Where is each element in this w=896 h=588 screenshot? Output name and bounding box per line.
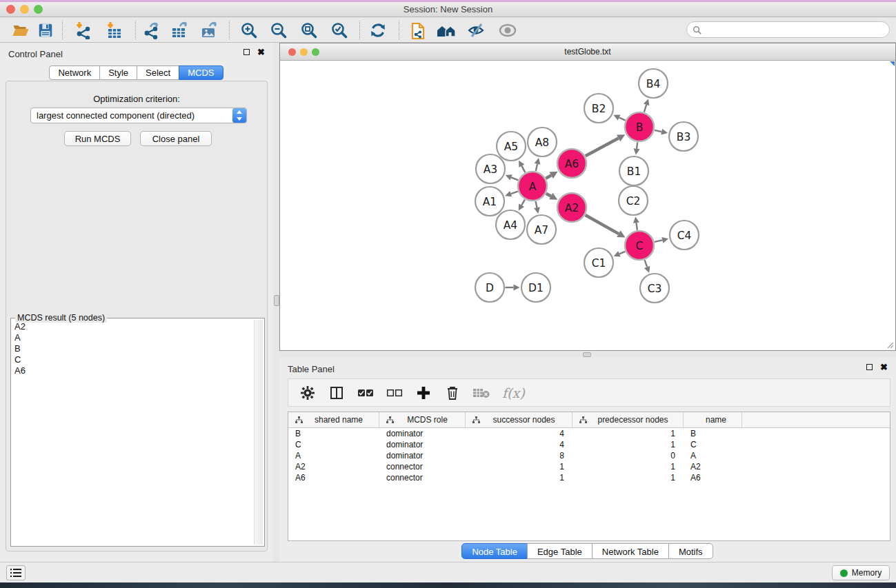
graph-edge-A6-B[interactable]: [586, 138, 619, 156]
zoom-fit-button[interactable]: [297, 20, 321, 41]
table-cell[interactable]: 0: [573, 451, 684, 460]
delete-column-button[interactable]: [443, 383, 462, 403]
table-cell[interactable]: dominator: [379, 451, 466, 460]
graph-edge-C-C2[interactable]: [636, 223, 637, 230]
graph-edge-B-B4[interactable]: [644, 105, 646, 112]
new-session-button[interactable]: [406, 20, 431, 41]
graph-edge-B-B2[interactable]: [619, 118, 626, 121]
table-cell[interactable]: C: [288, 440, 379, 449]
vertical-divider-grip[interactable]: [274, 295, 279, 306]
graph-edge-A-A6[interactable]: [546, 175, 551, 178]
table-cell[interactable]: 1: [573, 473, 684, 483]
export-network-button[interactable]: [139, 20, 163, 41]
criterion-dropdown[interactable]: largest connected component (directed): [30, 108, 247, 123]
table-cell[interactable]: B: [684, 429, 742, 438]
table-settings-button[interactable]: [298, 383, 317, 403]
import-table-button[interactable]: [101, 20, 126, 41]
show-graphics-details-button[interactable]: [495, 20, 520, 41]
result-item[interactable]: B: [12, 343, 253, 354]
horizontal-divider-grip[interactable]: [583, 352, 591, 357]
tab-style[interactable]: Style: [99, 65, 137, 80]
tab-network[interactable]: Network: [49, 65, 100, 80]
network-canvas[interactable]: B4B2BB3A8A5A6A3B1AC2A1A2A4A7C4CC1DD1C3: [280, 61, 895, 350]
table-cell[interactable]: 4: [466, 429, 573, 438]
table-row[interactable]: A6connector11A6: [288, 472, 890, 483]
export-image-button[interactable]: [197, 20, 221, 41]
result-item[interactable]: A: [12, 332, 253, 343]
zoom-in-button[interactable]: [237, 20, 261, 41]
close-panel-icon[interactable]: ✖: [257, 48, 265, 56]
column-header-predecessor-nodes[interactable]: predecessor nodes: [573, 412, 684, 427]
graph-edge-C-C1[interactable]: [619, 252, 625, 254]
refresh-button[interactable]: [366, 20, 390, 41]
graph-edge-C-C3[interactable]: [645, 260, 648, 267]
graph-edge-A-A8[interactable]: [536, 164, 537, 171]
graph-edge-A-A7[interactable]: [536, 201, 537, 207]
search-field[interactable]: [686, 21, 890, 38]
node-table[interactable]: shared nameMCDS rolesuccessor nodesprede…: [288, 412, 890, 541]
table-cell[interactable]: A2: [684, 462, 742, 472]
deselect-all-button[interactable]: [385, 383, 404, 403]
float-table-panel-icon[interactable]: [866, 364, 873, 370]
tab-motifs[interactable]: Motifs: [668, 543, 713, 559]
graph-edge-C-C4[interactable]: [655, 240, 662, 242]
table-cell[interactable]: dominator: [379, 429, 466, 438]
table-cell[interactable]: 1: [573, 429, 684, 438]
function-builder-button[interactable]: f(x): [502, 385, 525, 401]
zoom-out-button[interactable]: [266, 20, 291, 41]
table-row[interactable]: Adominator80A: [288, 450, 890, 461]
result-scrollbar[interactable]: [254, 320, 263, 545]
home-button[interactable]: [434, 20, 459, 41]
result-item[interactable]: A6: [12, 365, 253, 376]
table-cell[interactable]: A2: [288, 462, 379, 472]
column-header-successor-nodes[interactable]: successor nodes: [466, 412, 573, 427]
table-cell[interactable]: A: [288, 451, 379, 460]
float-panel-icon[interactable]: [243, 49, 250, 55]
close-table-panel-icon[interactable]: ✖: [880, 363, 888, 371]
export-table-button[interactable]: [167, 20, 192, 41]
column-header-shared-name[interactable]: shared name: [288, 412, 379, 427]
graph-edge-A-A5[interactable]: [521, 166, 525, 172]
graph-edge-A-A3[interactable]: [511, 177, 518, 180]
graph-edge-A2-C[interactable]: [586, 215, 619, 234]
table-cell[interactable]: B: [288, 429, 379, 438]
task-history-button[interactable]: [6, 565, 26, 580]
hide-graphics-details-button[interactable]: [464, 20, 488, 41]
search-input[interactable]: [705, 25, 884, 34]
create-column-button[interactable]: [414, 383, 433, 403]
table-cell[interactable]: C: [684, 440, 742, 449]
table-row[interactable]: Bdominator41B: [288, 428, 890, 439]
graph-edge-B-B1[interactable]: [637, 142, 637, 148]
tab-mcds[interactable]: MCDS: [179, 65, 223, 80]
tab-select[interactable]: Select: [137, 65, 179, 80]
table-cell[interactable]: connector: [379, 462, 466, 472]
table-row[interactable]: Cdominator41C: [288, 439, 890, 450]
result-item[interactable]: A2: [12, 321, 253, 332]
graph-edge-A-A4[interactable]: [521, 200, 525, 205]
tab-network-table[interactable]: Network Table: [592, 543, 669, 559]
close-panel-button[interactable]: Close panel: [140, 131, 212, 146]
column-header-name[interactable]: name: [684, 412, 742, 427]
delete-table-button[interactable]: [472, 383, 491, 403]
network-window-titlebar[interactable]: testGlobe.txt: [280, 43, 895, 61]
import-network-button[interactable]: [70, 20, 95, 41]
table-cell[interactable]: connector: [379, 473, 466, 483]
memory-button[interactable]: Memory: [832, 565, 890, 580]
table-cell[interactable]: A: [684, 451, 742, 460]
select-all-button[interactable]: [356, 383, 375, 403]
save-session-button[interactable]: [33, 20, 58, 41]
open-session-button[interactable]: [8, 20, 33, 41]
resize-grip-icon[interactable]: [886, 341, 894, 349]
tab-edge-table[interactable]: Edge Table: [527, 543, 593, 559]
column-header-MCDS-role[interactable]: MCDS role: [379, 412, 466, 427]
table-cell[interactable]: 4: [466, 440, 573, 449]
table-cell[interactable]: 1: [573, 462, 684, 472]
show-column-button[interactable]: [327, 383, 346, 403]
table-cell[interactable]: 1: [573, 440, 684, 449]
table-cell[interactable]: 1: [466, 462, 573, 472]
table-cell[interactable]: 1: [466, 473, 573, 483]
zoom-selected-button[interactable]: [327, 20, 352, 41]
graph-edge-A-A1[interactable]: [511, 192, 518, 194]
tab-node-table[interactable]: Node Table: [461, 543, 528, 559]
table-cell[interactable]: 8: [466, 451, 573, 460]
